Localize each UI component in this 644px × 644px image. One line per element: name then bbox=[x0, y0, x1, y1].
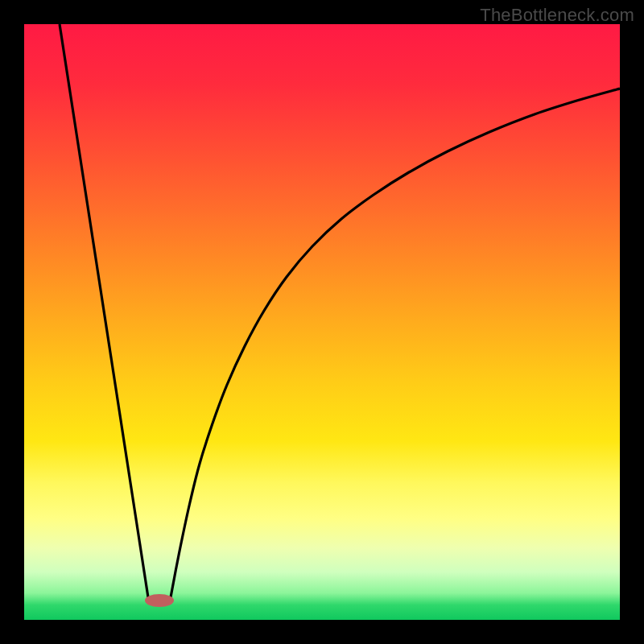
watermark-text: TheBottleneck.com bbox=[480, 5, 634, 26]
chart-frame: TheBottleneck.com bbox=[0, 0, 644, 644]
chart-svg bbox=[24, 24, 620, 620]
plot-area bbox=[24, 24, 620, 620]
gradient-background bbox=[24, 24, 620, 620]
min-marker bbox=[145, 594, 174, 607]
